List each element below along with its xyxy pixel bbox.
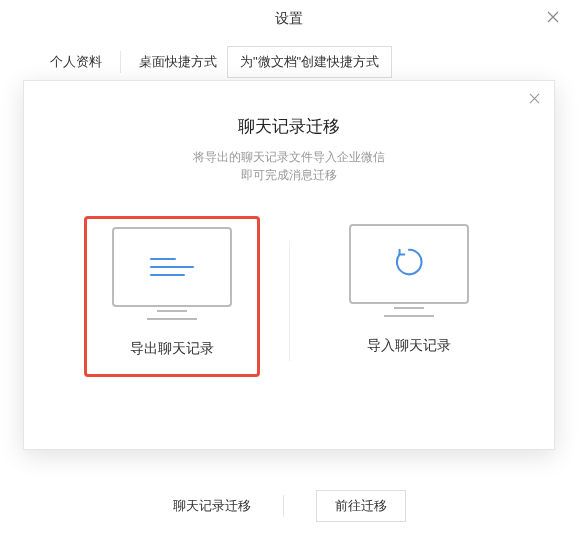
tab-desktop-shortcut[interactable]: 桌面快捷方式 xyxy=(129,47,227,77)
chat-migration-dialog: 聊天记录迁移 将导出的聊天记录文件导入企业微信 即可完成消息迁移 xyxy=(23,80,555,450)
import-chat-option[interactable]: 导入聊天记录 xyxy=(324,224,494,377)
monitor-base xyxy=(147,318,197,320)
monitor-icon xyxy=(349,224,469,304)
bottom-section-label: 聊天记录迁移 xyxy=(173,497,251,515)
monitor-base xyxy=(384,315,434,317)
divider xyxy=(283,495,284,517)
import-label: 导入聊天记录 xyxy=(324,337,494,355)
refresh-icon xyxy=(392,245,426,283)
export-label: 导出聊天记录 xyxy=(95,340,249,358)
close-icon xyxy=(547,0,559,36)
monitor-stand xyxy=(157,310,187,312)
monitor-icon xyxy=(112,227,232,307)
monitor-stand xyxy=(394,307,424,309)
tab-profile[interactable]: 个人资料 xyxy=(40,47,112,77)
dialog-subtitle: 将导出的聊天记录文件导入企业微信 即可完成消息迁移 xyxy=(24,148,554,184)
dialog-close-button[interactable] xyxy=(522,87,546,111)
export-chat-option[interactable]: 导出聊天记录 xyxy=(84,224,254,377)
highlight-box: 导出聊天记录 xyxy=(84,216,260,377)
dialog-subtitle-line1: 将导出的聊天记录文件导入企业微信 xyxy=(24,148,554,166)
dialog-title: 聊天记录迁移 xyxy=(24,115,554,138)
divider xyxy=(120,51,121,73)
page-title: 设置 xyxy=(275,10,303,26)
lines-icon xyxy=(150,252,194,282)
go-migrate-button[interactable]: 前往迁移 xyxy=(316,490,406,522)
create-weidoc-shortcut-button[interactable]: 为"微文档"创建快捷方式 xyxy=(227,46,392,78)
window-close-button[interactable] xyxy=(538,0,568,36)
divider xyxy=(289,241,290,361)
close-icon xyxy=(529,90,540,108)
dialog-subtitle-line2: 即可完成消息迁移 xyxy=(24,166,554,184)
